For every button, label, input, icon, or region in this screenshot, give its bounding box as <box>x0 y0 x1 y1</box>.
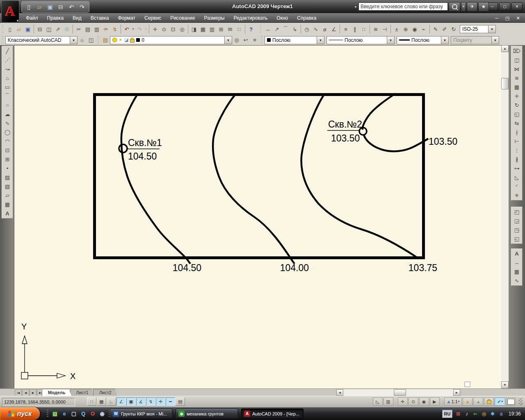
toolbar-lock-button[interactable] <box>484 397 494 406</box>
bring-above-objects-button[interactable]: ◳ <box>512 225 521 234</box>
draw-arc-button[interactable]: ⌒ <box>3 91 12 100</box>
menu-item[interactable]: Вид <box>68 13 86 23</box>
modify-extend-button[interactable]: ⊢ <box>512 137 521 146</box>
layer-lock-icon[interactable] <box>130 39 135 43</box>
dim-dim-ordinate-button[interactable]: ↳ <box>290 25 299 34</box>
doc-close-button[interactable]: ✕ <box>514 16 522 21</box>
std-zoom-previous-button[interactable]: ◎ <box>178 25 187 34</box>
scroll-left-icon[interactable] <box>336 389 343 396</box>
linetype-combo-arrow-icon[interactable] <box>387 37 394 44</box>
menu-item[interactable]: Формат <box>113 13 140 23</box>
internet-explorer-icon[interactable]: e <box>61 410 68 418</box>
dim-16-button[interactable] <box>389 25 392 34</box>
draw-insert-block-button[interactable]: ⊡ <box>3 146 12 155</box>
std-help-button[interactable]: ? <box>247 25 256 34</box>
dim-dim-space-button[interactable]: ≋ <box>371 25 380 34</box>
task-mehanika-gruntov[interactable]: ◆ механика грунтов <box>176 409 238 419</box>
vertical-scrollbar[interactable] <box>501 45 509 388</box>
start-button[interactable]: пуск <box>0 407 40 420</box>
drawing-canvas[interactable]: Скв.№1 104.50 Скв.№2 103.50 104.50 104.0… <box>14 45 501 388</box>
menu-item[interactable]: Рисование <box>166 13 199 23</box>
opera-icon[interactable]: O <box>89 410 96 418</box>
std-3-button[interactable] <box>32 25 35 34</box>
std-3d-dwf-button[interactable]: ☉ <box>62 25 71 34</box>
menu-item[interactable]: Правка <box>43 13 68 23</box>
std-tool-palettes-button[interactable]: ▥ <box>208 25 217 34</box>
draw-polyline-button[interactable]: ↝ <box>3 64 12 73</box>
draw-line-button[interactable]: ╱ <box>3 46 12 55</box>
vertical-scroll-thumb[interactable] <box>501 78 509 89</box>
std-markup-set-manager-button[interactable]: ✉ <box>226 25 235 34</box>
tray-network-signal-icon[interactable]: ◎ <box>481 411 487 417</box>
draw-spline-button[interactable]: ∿ <box>3 119 12 128</box>
properties-toolbar-grip[interactable] <box>261 36 263 44</box>
media-player-icon[interactable]: ◉ <box>98 410 106 418</box>
lineweight-combo[interactable]: Послою <box>397 36 449 44</box>
language-indicator[interactable]: RU <box>442 410 452 418</box>
edit-spline-button[interactable]: ∿ <box>512 276 521 285</box>
draw-table-button[interactable]: ▦ <box>3 200 12 209</box>
lwt-toggle-button[interactable]: ━ <box>166 397 175 406</box>
qat-redo-button[interactable]: ↷ <box>78 2 87 11</box>
dim-9-button[interactable] <box>338 25 341 34</box>
draw-rectangle-button[interactable]: ▭ <box>3 82 12 91</box>
favorites-star-icon[interactable]: ★ <box>478 2 489 11</box>
std-plot-preview-button[interactable]: ◫ <box>44 25 53 34</box>
modify-copy-button[interactable]: ◫ <box>512 55 521 64</box>
qat-qnew-button[interactable]: ▯ <box>24 2 33 11</box>
send-under-objects-button[interactable]: ◱ <box>512 234 521 243</box>
draw-construction-line-button[interactable]: ⋰ <box>3 55 12 64</box>
contour-label-103-50[interactable]: 103.50 <box>429 136 457 147</box>
dim-dim-inspect-button[interactable]: ◉ <box>410 25 419 34</box>
layers-toolbar-grip[interactable] <box>97 36 99 44</box>
grid-toggle-button[interactable]: ▦ <box>97 397 106 406</box>
next-tab-button[interactable]: ▶ <box>30 389 37 396</box>
window-close-button[interactable]: ✕ <box>511 2 523 11</box>
dim-style-arrow-icon[interactable] <box>488 25 495 33</box>
modify-break-button[interactable]: ∦ <box>512 155 521 164</box>
otrack-toggle-button[interactable]: ∡ <box>136 397 146 406</box>
std-undo-list-button[interactable]: ▾ <box>131 25 135 34</box>
modify-stretch-button[interactable]: ⇆ <box>512 119 521 128</box>
qat-open-button[interactable]: ▱ <box>35 2 44 11</box>
edit-text-button[interactable]: A <box>512 249 521 258</box>
std-pan-realtime-button[interactable]: ✛ <box>151 25 160 34</box>
tray-punto-switcher-icon[interactable]: a <box>498 411 504 417</box>
contour-label-104-50[interactable]: 104.50 <box>173 262 201 273</box>
borehole-2-elevation[interactable]: 103.50 <box>331 133 360 144</box>
osnap-toggle-button[interactable]: ▣ <box>126 397 136 406</box>
search-options-arrow-icon[interactable]: ▾ <box>461 2 466 11</box>
search-button[interactable] <box>449 2 460 11</box>
dim-dim-diameter-button[interactable]: ⌀ <box>320 25 329 34</box>
modify-break-at-point-button[interactable]: ⋮ <box>512 146 521 155</box>
draw-ellipse-arc-button[interactable]: ◠ <box>3 137 12 146</box>
standard-toolbar-grip[interactable] <box>2 25 4 33</box>
std-qnew-button[interactable]: ▯ <box>5 25 14 34</box>
dim-quick-dimension-button[interactable]: ≡ <box>341 25 350 34</box>
modify-explode-button[interactable]: ✳ <box>512 191 521 200</box>
std-designcenter-button[interactable]: ▦ <box>199 25 208 34</box>
contour-label-104-00[interactable]: 104.00 <box>280 262 309 273</box>
borehole-2-label[interactable]: Скв.№2 <box>328 119 362 130</box>
workspace-settings-button[interactable]: ☼ <box>78 36 87 45</box>
dim-dim-text-edit-button[interactable]: ✐ <box>440 25 449 34</box>
color-combo-arrow-icon[interactable] <box>317 37 324 44</box>
draw-hatch-button[interactable]: ▨ <box>3 173 12 182</box>
draw-multiline-text-button[interactable]: A <box>3 209 12 218</box>
std-31-button[interactable] <box>244 25 247 34</box>
annotation-visibility-button[interactable]: ▲ <box>463 397 472 406</box>
lineweight-combo-arrow-icon[interactable] <box>441 37 448 44</box>
scroll-down-icon[interactable] <box>501 381 509 388</box>
prev-tab-button[interactable]: ◀ <box>22 389 29 396</box>
dim-dim-edit-button[interactable]: ✎ <box>431 25 440 34</box>
layer-freeze-icon[interactable]: ☀ <box>119 37 123 43</box>
std-24-button[interactable] <box>187 25 189 34</box>
tab-model[interactable]: Модель <box>42 389 72 396</box>
contour-103-50-lower[interactable] <box>364 135 428 151</box>
tray-volume-icon[interactable]: ♪ <box>463 411 470 417</box>
ducs-toggle-button[interactable]: ↯ <box>146 397 155 406</box>
infocenter-expand-icon[interactable]: ▸ <box>355 5 357 9</box>
borehole-1-marker[interactable] <box>119 144 127 153</box>
dim-4-button[interactable] <box>299 25 302 34</box>
dyn-toggle-button[interactable]: ✛ <box>156 397 165 406</box>
